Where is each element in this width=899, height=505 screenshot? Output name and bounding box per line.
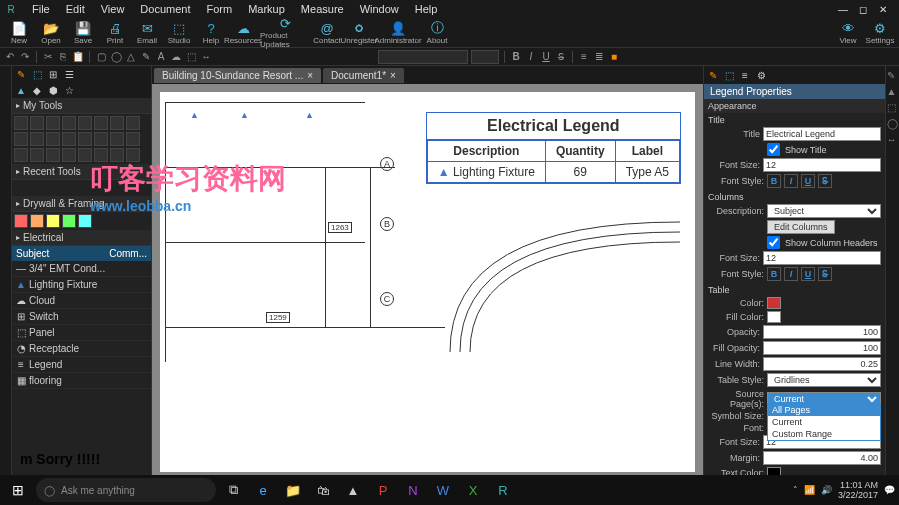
tool-item[interactable] [110,148,124,162]
tool-item[interactable] [62,116,76,130]
tool-item[interactable] [126,148,140,162]
rt-icon[interactable]: ◯ [887,118,899,130]
rp-tab-icon[interactable]: ✎ [706,68,720,82]
edit-columns-button[interactable]: Edit Columns [767,220,835,234]
ribbon-help[interactable]: ?Help [196,18,226,47]
recent-header[interactable]: Recent Tools [12,164,151,180]
strike-button[interactable]: S̶ [818,267,832,281]
list-item[interactable]: ▦flooring [12,373,151,389]
explorer-icon[interactable]: 📁 [280,477,306,503]
cut-icon[interactable]: ✂ [42,51,54,63]
fontsize-input[interactable] [763,158,881,172]
rt-icon[interactable]: ↔ [887,134,899,146]
tool-item[interactable] [30,116,44,130]
menu-file[interactable]: File [24,3,58,15]
tool-item[interactable] [110,132,124,146]
legend-table[interactable]: Electrical Legend DescriptionQuantityLab… [426,112,681,184]
tab-building[interactable]: Building 10-Sundance Resort ...× [154,68,321,83]
tool-item[interactable] [78,148,92,162]
ribbon-updates[interactable]: ⟳Product Updates [260,18,310,47]
menu-window[interactable]: Window [352,3,407,15]
menu-markup[interactable]: Markup [240,3,293,15]
rp-tab-icon[interactable]: ⬚ [722,68,736,82]
word-icon[interactable]: W [430,477,456,503]
drywall-header[interactable]: Drywall & Framing [12,196,151,212]
tray-network-icon[interactable]: 📶 [804,485,815,495]
dropdown-option[interactable]: Current [768,416,880,428]
tab-document1[interactable]: Document1*× [323,68,404,83]
tool-item[interactable] [46,214,60,228]
margin-input[interactable] [763,451,881,465]
fillcolor-swatch[interactable] [767,311,781,323]
underline-button[interactable]: U [801,267,815,281]
tool-item[interactable] [14,214,28,228]
lp-tool8-icon[interactable]: ☆ [62,83,76,97]
underline-icon[interactable]: U [540,51,552,63]
lp-tool7-icon[interactable]: ⬢ [46,83,60,97]
tool-item[interactable] [94,132,108,146]
ribbon-open[interactable]: 📂Open [36,18,66,47]
tool-item[interactable] [46,132,60,146]
tool-item[interactable] [78,116,92,130]
menu-form[interactable]: Form [199,3,241,15]
shape4-icon[interactable]: ✎ [140,51,152,63]
start-button[interactable]: ⊞ [4,476,32,504]
copy-icon[interactable]: ⎘ [57,51,69,63]
tool-item[interactable] [62,214,76,228]
bold-icon[interactable]: B [510,51,522,63]
ribbon-studio[interactable]: ⬚Studio [164,18,194,47]
col-comm[interactable]: Comm... [109,248,147,259]
taskview-icon[interactable]: ⧉ [220,477,246,503]
onenote-icon[interactable]: N [400,477,426,503]
shape3-icon[interactable]: △ [125,51,137,63]
revu-icon[interactable]: R [490,477,516,503]
color-swatch[interactable] [767,297,781,309]
list-item[interactable]: ▲Lighting Fixture [12,277,151,293]
col-subject[interactable]: Subject [16,248,109,259]
shape7-icon[interactable]: ⬚ [185,51,197,63]
title-input[interactable] [763,127,881,141]
rt-icon[interactable]: ✎ [887,70,899,82]
ribbon-admin[interactable]: 👤Administrator [376,18,420,47]
tool-item[interactable] [14,116,28,130]
linewidth-input[interactable] [763,357,881,371]
tool-item[interactable] [14,132,28,146]
paste-icon[interactable]: 📋 [72,51,84,63]
shape6-icon[interactable]: ☁ [170,51,182,63]
rp-tab-icon[interactable]: ≡ [738,68,752,82]
description-select[interactable]: Subject [767,204,881,218]
tool-item[interactable] [110,116,124,130]
powerpoint-icon[interactable]: P [370,477,396,503]
cortana-search[interactable]: ◯ Ask me anything [36,478,216,502]
shape5-icon[interactable]: A [155,51,167,63]
ribbon-unregister[interactable]: ⭘Unregister [344,18,374,47]
tool-item[interactable] [30,148,44,162]
tool-item[interactable] [30,132,44,146]
ribbon-contact[interactable]: @Contact [312,18,342,47]
ribbon-viewmode[interactable]: 👁View [833,18,863,47]
ribbon-resources[interactable]: ☁Resources [228,18,258,47]
tool-item[interactable] [30,214,44,228]
tool-item[interactable] [78,132,92,146]
edge-icon[interactable]: e [250,477,276,503]
italic-button[interactable]: I [784,174,798,188]
ribbon-settings[interactable]: ⚙Settings [865,18,895,47]
opacity-input[interactable] [763,325,881,339]
list-item[interactable]: ◔Receptacle [12,341,151,357]
align-center-icon[interactable]: ≣ [593,51,605,63]
color-picker-icon[interactable]: ■ [608,51,620,63]
italic-button[interactable]: I [784,267,798,281]
mytools-header[interactable]: My Tools [12,98,151,114]
lp-tool1-icon[interactable]: ✎ [14,67,28,81]
lp-tool3-icon[interactable]: ⊞ [46,67,60,81]
list-item[interactable]: ⬚Panel [12,325,151,341]
list-item[interactable]: ≡Legend [12,357,151,373]
fillopacity-input[interactable] [763,341,881,355]
ribbon-email[interactable]: ✉Email [132,18,162,47]
lp-tool6-icon[interactable]: ◆ [30,83,44,97]
drawing-canvas[interactable]: A B C 1263 1259 ▲ ▲ ▲ Electrical Legend [160,92,695,472]
tab-close-icon[interactable]: × [390,70,396,81]
redo-icon[interactable]: ↷ [19,51,31,63]
excel-icon[interactable]: X [460,477,486,503]
show-headers-checkbox[interactable] [767,236,780,249]
